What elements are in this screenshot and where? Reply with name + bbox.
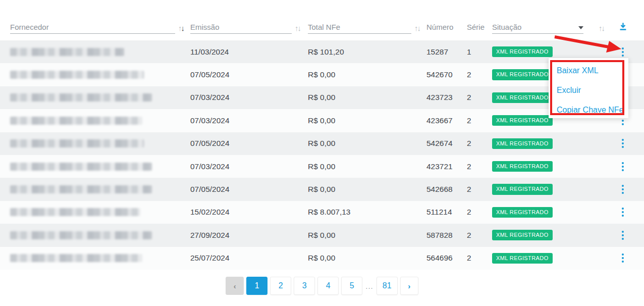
emissao-cell: 11/03/2024	[190, 40, 301, 63]
pagination-page-button[interactable]: 5	[341, 277, 362, 295]
pagination-page-button[interactable]: 3	[294, 277, 315, 295]
emissao-cell: 27/09/2024	[190, 224, 301, 246]
pagination-page-button[interactable]: 2	[270, 277, 291, 295]
menu-item-excluir[interactable]: Excluir	[557, 80, 628, 100]
status-badge: XML REGISTRADO	[492, 69, 553, 80]
situacao-cell: XML REGISTRADO	[492, 224, 605, 246]
status-badge: XML REGISTRADO	[492, 161, 553, 172]
sort-situacao-icon[interactable]: ↑↓	[596, 24, 605, 34]
column-total-nfe: Total NFe ↑↓	[308, 18, 421, 34]
fornecedor-cell-redacted	[10, 178, 185, 200]
actions-cell	[612, 224, 634, 246]
status-badge: XML REGISTRADO	[492, 230, 553, 240]
pagination-page-button-last[interactable]: 81	[377, 277, 398, 295]
redacted-text	[10, 254, 142, 262]
row-actions-kebab-button[interactable]	[618, 250, 628, 266]
pagination-prev-button[interactable]: ‹	[226, 277, 244, 295]
emissao-cell: 07/05/2024	[190, 178, 301, 200]
table-row: 27/09/2024R$ 0,005878282XML REGISTRADO	[0, 224, 644, 246]
pagination-page-button-active[interactable]: 1	[246, 277, 267, 295]
redacted-text	[10, 208, 140, 216]
serie-cell: 2	[467, 63, 491, 86]
status-badge: XML REGISTRADO	[492, 46, 553, 57]
fornecedor-filter-input[interactable]: Fornecedor	[10, 16, 175, 34]
serie-cell: 2	[467, 224, 491, 246]
total-nfe-cell: R$ 0,00	[308, 247, 421, 270]
numero-cell: 511214	[426, 201, 464, 224]
row-actions-kebab-button[interactable]	[618, 181, 628, 197]
total-nfe-label: Total NFe	[308, 23, 340, 31]
table-row: 07/05/2024R$ 0,005426702XML REGISTRADO	[0, 63, 644, 86]
numero-cell: 542674	[426, 132, 464, 155]
redacted-text	[10, 231, 152, 239]
status-badge: XML REGISTRADO	[492, 184, 553, 194]
actions-cell	[612, 247, 634, 270]
numero-cell: 423723	[426, 86, 464, 109]
download-icon[interactable]	[619, 22, 627, 34]
fornecedor-label: Fornecedor	[10, 23, 49, 31]
total-nfe-cell: R$ 0,00	[308, 63, 421, 86]
numero-cell: 587828	[426, 224, 464, 246]
table-row: 11/03/2024R$ 101,20152871XML REGISTRADO	[0, 40, 644, 63]
status-badge: XML REGISTRADO	[492, 92, 553, 103]
emissao-cell: 07/03/2024	[190, 155, 301, 178]
serie-cell: 2	[467, 155, 491, 178]
situacao-cell: XML REGISTRADO	[492, 201, 605, 224]
row-actions-kebab-button[interactable]	[618, 135, 628, 151]
pagination: ‹ 1 2 3 4 5 ... 81 ›	[0, 277, 644, 295]
pagination-page-button[interactable]: 4	[317, 277, 339, 295]
row-actions-kebab-button[interactable]	[618, 227, 628, 243]
numero-label: Número	[426, 23, 453, 34]
total-nfe-cell: R$ 0,00	[308, 86, 421, 109]
numero-cell: 15287	[426, 40, 464, 63]
actions-cell	[612, 155, 634, 178]
total-nfe-cell: R$ 0,00	[308, 224, 421, 246]
total-nfe-cell: R$ 8.007,13	[308, 201, 421, 224]
total-nfe-cell: R$ 0,00	[308, 155, 421, 178]
fornecedor-cell-redacted	[10, 86, 185, 109]
column-fornecedor: Fornecedor ↑↓	[10, 18, 185, 34]
total-nfe-cell: R$ 0,00	[308, 109, 421, 132]
sort-fornecedor-icon[interactable]: ↑↓	[175, 24, 185, 34]
pagination-next-button[interactable]: ›	[400, 277, 418, 295]
menu-item-copiar-chave-nfe[interactable]: Copiar Chave NFe	[557, 100, 628, 120]
table-row: 15/02/2024R$ 8.007,135112142XML REGISTRA…	[0, 201, 644, 224]
fornecedor-cell-redacted	[10, 247, 185, 270]
actions-cell	[612, 178, 634, 200]
situacao-cell: XML REGISTRADO	[492, 132, 605, 155]
table-row: 07/03/2024R$ 0,004236672XML REGISTRADO	[0, 109, 644, 132]
table-row: 07/03/2024R$ 0,004237212XML REGISTRADO	[0, 155, 644, 178]
emissao-cell: 07/03/2024	[190, 109, 301, 132]
row-actions-kebab-button[interactable]	[618, 159, 628, 175]
serie-cell: 2	[467, 86, 491, 109]
fornecedor-cell-redacted	[10, 109, 185, 132]
numero-cell: 542670	[426, 63, 464, 86]
situacao-cell: XML REGISTRADO	[492, 155, 605, 178]
table-row: 07/05/2024R$ 0,005426742XML REGISTRADO	[0, 132, 644, 155]
numero-cell: 423667	[426, 109, 464, 132]
pagination-ellipsis: ...	[365, 277, 374, 295]
row-actions-kebab-button[interactable]	[618, 44, 628, 60]
situacao-filter-select[interactable]: Situação	[492, 16, 583, 34]
table-header: Fornecedor ↑↓ Emissão ↑↓ Total NFe ↑↓ Nú…	[0, 18, 644, 34]
sort-total-nfe-icon[interactable]: ↑↓	[411, 24, 421, 34]
column-numero: Número	[426, 18, 464, 34]
numero-cell: 564696	[426, 247, 464, 270]
fornecedor-cell-redacted	[10, 40, 185, 63]
menu-item-baixar-xml[interactable]: Baixar XML	[557, 61, 628, 80]
serie-cell: 2	[467, 247, 491, 270]
total-nfe-cell: R$ 0,00	[308, 178, 421, 200]
total-nfe-cell: R$ 0,00	[308, 132, 421, 155]
redacted-text	[10, 117, 142, 125]
situacao-cell: XML REGISTRADO	[492, 247, 605, 270]
fornecedor-cell-redacted	[10, 201, 185, 224]
serie-cell: 2	[467, 132, 491, 155]
row-actions-kebab-button[interactable]	[618, 204, 628, 220]
emissao-filter-input[interactable]: Emissão	[190, 16, 292, 34]
actions-cell	[612, 201, 634, 224]
total-nfe-filter-input[interactable]: Total NFe	[308, 16, 411, 34]
emissao-cell: 15/02/2024	[190, 201, 301, 224]
numero-cell: 423721	[426, 155, 464, 178]
fornecedor-cell-redacted	[10, 155, 185, 178]
sort-emissao-icon[interactable]: ↑↓	[292, 24, 301, 34]
